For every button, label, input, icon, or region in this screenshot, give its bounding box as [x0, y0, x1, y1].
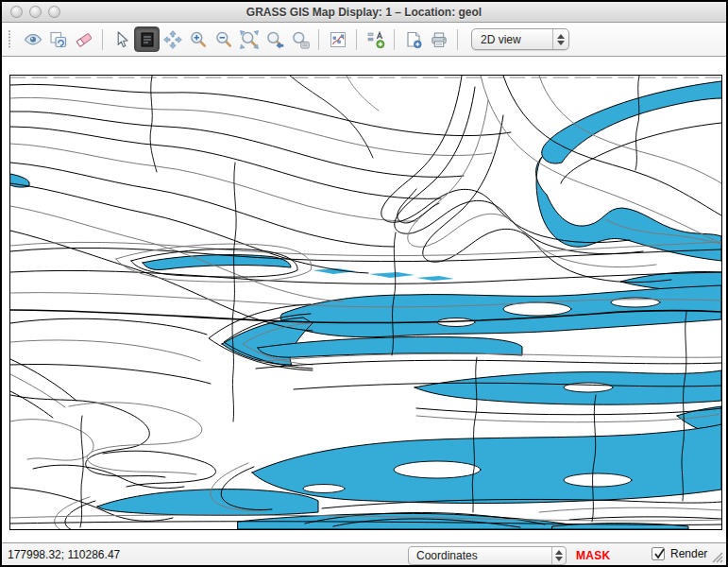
- resize-grip-icon[interactable]: [710, 550, 723, 563]
- erase-button[interactable]: [71, 26, 96, 52]
- query-icon: [137, 29, 158, 50]
- traffic-lights: [10, 6, 60, 18]
- statusbar: 177998.32; 110286.47 Coordinates MASK Re…: [2, 542, 726, 567]
- save-display-button[interactable]: [400, 26, 426, 52]
- render-map-icon: [48, 29, 69, 50]
- coordinate-readout: 177998.32; 110286.47: [8, 548, 120, 561]
- toolbar-separator: [394, 29, 395, 50]
- zoom-out-icon: [213, 29, 234, 50]
- pointer-button[interactable]: [109, 26, 134, 52]
- titlebar[interactable]: GRASS GIS Map Display: 1 – Location: geo…: [2, 2, 726, 23]
- map-canvas[interactable]: [10, 76, 721, 529]
- minimize-button[interactable]: [29, 6, 42, 18]
- zoom-previous-icon: [264, 29, 285, 50]
- add-map-elements-button[interactable]: [363, 26, 388, 52]
- zoom-in-icon: [188, 29, 209, 50]
- toolbar-separator: [318, 29, 319, 50]
- zoom-extent-icon: [239, 29, 260, 50]
- toolbar-separator: [457, 29, 458, 50]
- zoom-options-button[interactable]: [287, 26, 313, 52]
- map-toolbar: 2D view: [2, 23, 726, 57]
- toolbar-grip[interactable]: [6, 28, 14, 51]
- print-icon: [429, 29, 449, 50]
- render-toggle: Render: [652, 547, 707, 560]
- add-map-elements-icon: [365, 29, 386, 50]
- pan-button[interactable]: [160, 26, 185, 52]
- grass-map-display-window: GRASS GIS Map Display: 1 – Location: geo…: [0, 0, 728, 567]
- eraser-icon: [74, 29, 94, 50]
- map-display-frame: [9, 75, 722, 530]
- print-button[interactable]: [426, 26, 451, 52]
- zoom-extent-button[interactable]: [236, 26, 262, 52]
- window-title: GRASS GIS Map Display: 1 – Location: geo…: [2, 6, 726, 19]
- view-mode-value: 2D view: [472, 33, 552, 46]
- mask-indicator: MASK: [576, 549, 611, 562]
- display-map-button[interactable]: [20, 26, 45, 52]
- zoom-button[interactable]: [48, 6, 60, 18]
- eye-icon: [23, 29, 43, 50]
- pan-icon: [162, 29, 183, 50]
- render-map-button[interactable]: [45, 26, 71, 52]
- close-button[interactable]: [10, 6, 23, 18]
- render-checkbox[interactable]: [652, 547, 665, 560]
- save-display-icon: [403, 29, 424, 50]
- view-mode-select[interactable]: 2D view: [471, 28, 569, 50]
- zoom-options-icon: [290, 29, 311, 50]
- stepper-arrows-icon: [552, 29, 568, 49]
- render-label: Render: [670, 547, 707, 560]
- zoom-out-button[interactable]: [211, 26, 236, 52]
- statusbar-mode-value: Coordinates: [409, 549, 551, 562]
- analyze-button[interactable]: [325, 26, 350, 52]
- checkmark-icon: [652, 546, 668, 561]
- statusbar-mode-select[interactable]: Coordinates: [408, 546, 567, 565]
- analyze-chart-icon: [328, 29, 348, 50]
- toolbar-separator: [102, 29, 103, 50]
- stepper-arrows-icon: [551, 547, 566, 564]
- zoom-in-button[interactable]: [185, 26, 211, 52]
- zoom-previous-button[interactable]: [262, 26, 287, 52]
- pointer-icon: [111, 29, 132, 50]
- query-button[interactable]: [134, 26, 160, 52]
- toolbar-separator: [356, 29, 357, 50]
